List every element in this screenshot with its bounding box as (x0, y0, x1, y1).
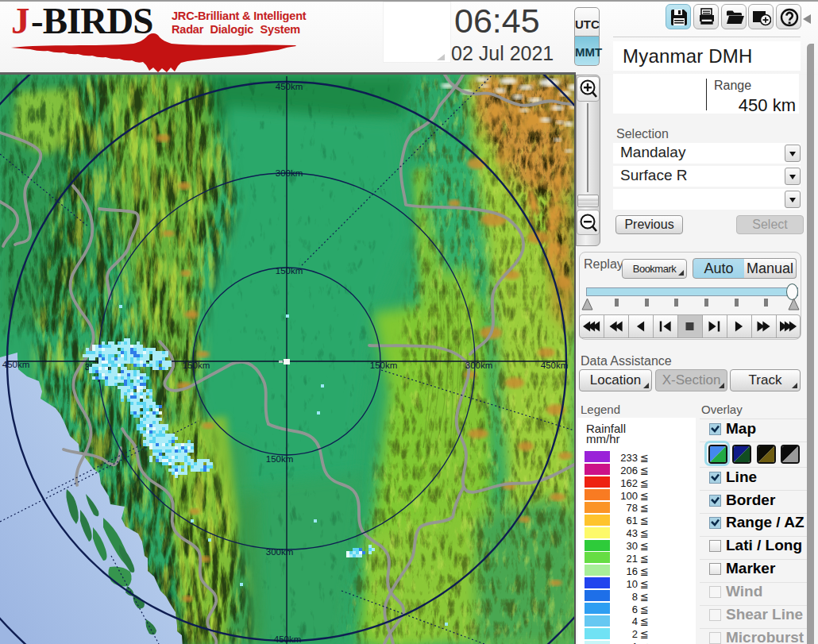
svg-text:-BIRDS: -BIRDS (31, 0, 152, 41)
svg-text:450km: 450km (2, 360, 30, 369)
svg-text:150km: 150km (370, 361, 398, 370)
svg-text:450km: 450km (541, 361, 569, 370)
svg-text:Radar Dialogic System: Radar Dialogic System (172, 23, 300, 36)
svg-text:150km: 150km (266, 454, 294, 464)
svg-text:J: J (11, 0, 30, 41)
svg-text:450km: 450km (276, 82, 303, 91)
svg-text:300km: 300km (276, 168, 303, 178)
svg-text:450km: 450km (274, 634, 302, 644)
svg-text:300km: 300km (465, 361, 493, 370)
svg-text:JRC-Brilliant & Intelligent: JRC-Brilliant & Intelligent (172, 10, 307, 22)
svg-text:150km: 150km (276, 266, 303, 276)
svg-text:300km: 300km (266, 547, 294, 557)
svg-text:150km: 150km (183, 361, 210, 370)
